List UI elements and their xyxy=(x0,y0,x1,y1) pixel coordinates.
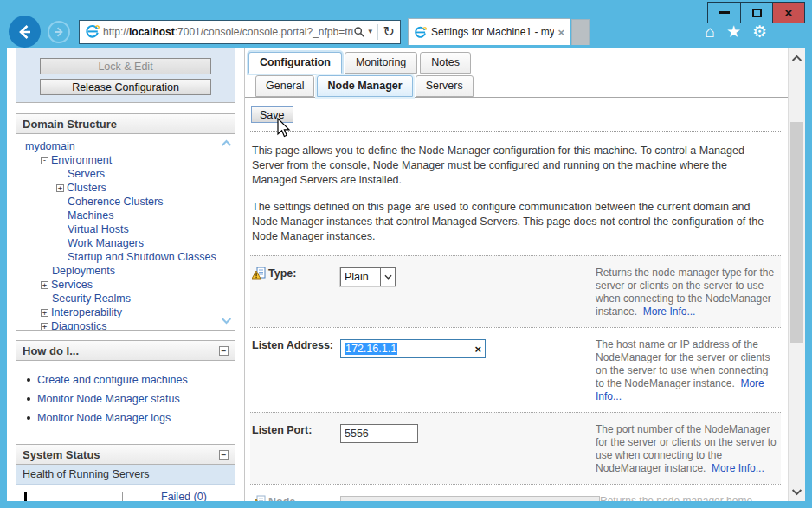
scroll-up-icon[interactable] xyxy=(221,139,232,147)
tree-item-coherence-clusters[interactable]: Coherence Clusters xyxy=(23,195,217,209)
domain-structure-panel: Domain Structure mydomain-EnvironmentSer… xyxy=(16,113,235,331)
tree-link-diagnostics[interactable]: Diagnostics xyxy=(51,320,107,330)
scrollbar-up-icon[interactable] xyxy=(789,50,805,66)
secondary-tabs: GeneralNode ManagerServers xyxy=(245,74,788,98)
listen-address-help: The host name or IP address of the NodeM… xyxy=(596,338,779,403)
expand-node-icon[interactable]: + xyxy=(41,323,48,330)
subtab-servers[interactable]: Servers xyxy=(416,75,474,97)
tree-item-startup-and-shutdown-classes[interactable]: Startup and Shutdown Classes xyxy=(23,250,217,264)
tree-link-interoperability[interactable]: Interoperability xyxy=(51,306,122,318)
browser-toolbar: http://localhost:7001/console/console.po… xyxy=(0,16,812,48)
collapse-icon[interactable]: − xyxy=(219,346,229,356)
listen-port-value: 5556 xyxy=(345,428,369,440)
how-do-i-link-monitor-node-manager-status[interactable]: Monitor Node Manager status xyxy=(37,393,180,406)
tree-link-servers[interactable]: Servers xyxy=(68,168,105,180)
tree-link-startup-and-shutdown-classes[interactable]: Startup and Shutdown Classes xyxy=(68,251,216,263)
refresh-icon[interactable]: ↻ xyxy=(383,23,395,40)
tree-link-security-realms[interactable]: Security Realms xyxy=(52,293,131,305)
tree-link-coherence-clusters[interactable]: Coherence Clusters xyxy=(68,196,163,208)
more-info-link[interactable]: More Info... xyxy=(712,462,764,474)
tree-item-interoperability[interactable]: +Interoperability xyxy=(23,305,217,319)
how-do-i-item: Monitor Node Manager logs xyxy=(25,412,229,425)
subtab-node-manager[interactable]: Node Manager xyxy=(317,75,412,97)
tree-item-virtual-hosts[interactable]: Virtual Hosts xyxy=(23,222,217,236)
status-link-failed-0[interactable]: Failed (0) xyxy=(161,491,207,501)
title-bar: × http://localhost:7001/console/console.… xyxy=(0,0,812,48)
more-info-link[interactable]: More Info... xyxy=(643,305,696,318)
scrollbar-down-icon[interactable] xyxy=(789,484,805,499)
back-button[interactable] xyxy=(9,16,41,48)
tree-item-services[interactable]: +Services xyxy=(23,278,217,292)
tree-item-mydomain[interactable]: mydomain xyxy=(23,139,217,153)
expand-node-icon[interactable]: + xyxy=(41,281,48,289)
domain-structure-header: Domain Structure xyxy=(16,114,235,134)
expand-node-icon[interactable]: + xyxy=(41,309,48,317)
how-do-i-link-create-and-configure-machines[interactable]: Create and configure machines xyxy=(37,374,188,387)
divider xyxy=(377,24,378,40)
tab-monitoring[interactable]: Monitoring xyxy=(345,52,417,74)
how-do-i-link-monitor-node-manager-logs[interactable]: Monitor Node Manager logs xyxy=(37,412,171,425)
bullet-icon xyxy=(27,378,30,382)
how-do-i-panel: How do I... − Create and configure machi… xyxy=(16,340,235,434)
tree-item-security-realms[interactable]: Security Realms xyxy=(23,292,217,305)
tree-item-environment[interactable]: -Environment xyxy=(23,153,217,167)
tree-item-machines[interactable]: Machines xyxy=(23,209,217,222)
tab-close-icon[interactable]: × xyxy=(557,26,564,39)
domain-tree: mydomain-EnvironmentServers+ClustersCohe… xyxy=(16,134,235,330)
domain-structure-title: Domain Structure xyxy=(23,118,117,131)
lock-and-edit-button[interactable]: Lock & Edit xyxy=(40,58,211,74)
tree-link-virtual-hosts[interactable]: Virtual Hosts xyxy=(68,223,129,235)
expand-node-icon[interactable]: + xyxy=(56,184,64,192)
subtab-general[interactable]: General xyxy=(255,75,314,97)
home-icon[interactable]: ⌂ xyxy=(705,23,714,40)
tree-link-services[interactable]: Services xyxy=(51,279,93,291)
forward-button[interactable] xyxy=(48,21,70,43)
type-label: Type: xyxy=(252,267,340,318)
search-icon[interactable] xyxy=(353,26,365,38)
tree-item-work-managers[interactable]: Work Managers xyxy=(23,236,217,250)
release-configuration-button[interactable]: Release Configuration xyxy=(40,79,211,95)
system-status-panel: System Status − Health of Running Server… xyxy=(16,444,235,501)
search-dropdown-caret-icon[interactable]: ▼ xyxy=(367,28,374,35)
favorites-star-icon[interactable]: ★ xyxy=(726,23,741,40)
tree-link-work-managers[interactable]: Work Managers xyxy=(68,237,144,249)
new-tab-stub[interactable] xyxy=(571,19,590,45)
tree-item-clusters[interactable]: +Clusters xyxy=(23,181,217,195)
tree-link-environment[interactable]: Environment xyxy=(51,154,112,166)
listen-port-help: The port number of the NodeManager for t… xyxy=(596,423,779,475)
bullet-icon xyxy=(27,397,30,401)
tree-link-mydomain[interactable]: mydomain xyxy=(25,140,75,152)
tab-title: Settings for Machine1 - my... xyxy=(431,26,554,38)
tree-scrollbar[interactable] xyxy=(220,139,232,325)
window-border xyxy=(0,48,7,501)
tree-link-clusters[interactable]: Clusters xyxy=(67,182,106,194)
status-tick xyxy=(24,492,27,502)
scrollbar-thumb[interactable] xyxy=(790,122,803,343)
collapse-icon[interactable]: − xyxy=(219,450,229,460)
tree-item-deployments[interactable]: Deployments xyxy=(23,264,217,278)
node-manager-home-label: Node Manager Home: xyxy=(252,495,340,501)
scroll-down-icon[interactable] xyxy=(221,317,232,325)
listen-port-input[interactable]: 5556 xyxy=(340,424,418,443)
how-do-i-item: Create and configure machines xyxy=(25,374,229,387)
tree-link-machines[interactable]: Machines xyxy=(68,209,114,222)
node-manager-home-row: Node Manager Home: Returns the node mana… xyxy=(250,484,781,501)
vertical-scrollbar[interactable] xyxy=(788,48,805,501)
browser-tab[interactable]: Settings for Machine1 - my... × xyxy=(408,18,570,45)
tab-notes[interactable]: Notes xyxy=(420,52,471,74)
tree-item-diagnostics[interactable]: +Diagnostics xyxy=(23,319,217,330)
tree-link-deployments[interactable]: Deployments xyxy=(52,265,115,277)
browser-window: × http://localhost:7001/console/console.… xyxy=(0,0,812,508)
restart-required-icon xyxy=(252,267,266,280)
listen-address-input[interactable]: 172.16.1.1 × xyxy=(340,339,486,358)
address-bar[interactable]: http://localhost:7001/console/console.po… xyxy=(79,20,401,44)
clear-input-icon[interactable]: × xyxy=(474,344,481,355)
tree-item-servers[interactable]: Servers xyxy=(23,167,217,181)
forward-arrow-icon xyxy=(53,26,65,38)
type-select[interactable]: Plain xyxy=(340,267,396,286)
settings-gear-icon[interactable]: ⚙ xyxy=(752,23,767,40)
change-center-panel: Lock & Edit Release Configuration xyxy=(16,48,235,103)
ie-icon xyxy=(85,24,100,39)
collapse-node-icon[interactable]: - xyxy=(41,157,48,164)
tab-configuration[interactable]: Configuration xyxy=(248,52,342,74)
